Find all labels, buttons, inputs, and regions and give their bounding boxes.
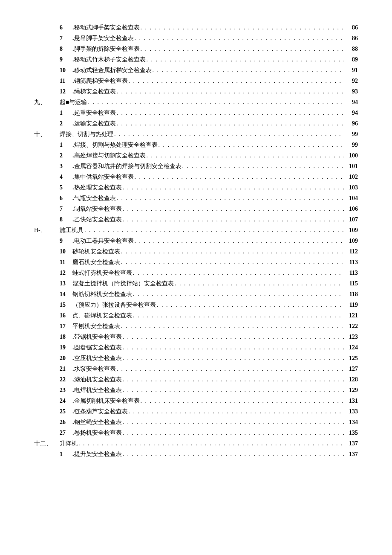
toc-title-text: （预应力）张拉设备安全检查表 <box>72 302 156 308</box>
toc-page-number: 115 <box>345 279 358 288</box>
toc-leader-dots: . . . . . . . . . . . . . . . . . . . . … <box>123 450 345 459</box>
toc-title-text: 钢丝绳安全检查表 <box>74 419 122 425</box>
toc-page-number: 100 <box>345 151 358 160</box>
toc-sub-row: 15（预应力）张拉设备安全检查表. . . . . . . . . . . . … <box>34 300 358 309</box>
toc-title: .高处焊接与切割安全检查表 <box>72 151 146 160</box>
toc-leader-dots: . . . . . . . . . . . . . . . . . . . . … <box>121 322 344 331</box>
toc-item-number: 1 <box>60 108 72 117</box>
toc-title: .金属切削机床安全检查表 <box>72 396 140 405</box>
toc-item-number: 14 <box>60 290 72 299</box>
toc-title-text: 移动式竹木梯子安全检查表 <box>74 56 146 63</box>
toc-item-number: 20 <box>60 354 72 363</box>
toc-title-text: 钢筋切料机安全检查表 <box>72 291 132 297</box>
toc-page-number: 133 <box>345 407 358 416</box>
toc-title: .运输安全检查表 <box>72 119 116 128</box>
toc-title-text: 钢筋爬梯安全检查表 <box>74 78 128 84</box>
toc-sub-row: 6.气瓶安全检查表. . . . . . . . . . . . . . . .… <box>34 194 358 203</box>
toc-page-number: 107 <box>345 215 358 224</box>
toc-item-number: 7 <box>60 34 72 43</box>
toc-title: .悬吊脚手架安全检查表 <box>72 34 134 43</box>
toc-title: .起重安全检查表 <box>72 108 116 117</box>
toc-page-number: 128 <box>345 375 358 384</box>
toc-leader-dots: . . . . . . . . . . . . . . . . . . . . … <box>157 300 344 309</box>
toc-section-row: 九、起■与运输. . . . . . . . . . . . . . . . .… <box>34 98 358 107</box>
toc-leader-dots: . . . . . . . . . . . . . . . . . . . . … <box>117 194 345 203</box>
section-label: H-、 <box>34 226 60 235</box>
toc-sub-row: 1.提升架安全检查表. . . . . . . . . . . . . . . … <box>34 450 358 459</box>
toc-item-number: 5 <box>60 183 72 192</box>
toc-item-number: 25 <box>60 407 72 416</box>
toc-sub-row: 11磨石机安全检查表. . . . . . . . . . . . . . . … <box>34 258 358 267</box>
toc-page-number: 102 <box>345 172 358 181</box>
toc-page-number: 129 <box>345 386 358 395</box>
toc-title-text: 滤油机安全检查表 <box>74 376 122 383</box>
toc-item-number: 12 <box>60 87 72 96</box>
toc-title-text: 集中供氧站安全检查表 <box>74 174 134 180</box>
toc-item-number: 15 <box>60 300 72 309</box>
toc-page-number: 125 <box>345 354 358 363</box>
toc-page-number: 86 <box>345 23 358 32</box>
toc-page-number: 91 <box>345 66 358 75</box>
toc-page-number: 112 <box>345 247 358 256</box>
toc-title-text: 制氧站安全检查表 <box>74 206 122 212</box>
toc-title: .带锯机安全检查表 <box>72 332 122 341</box>
toc-page-number: 92 <box>345 76 358 85</box>
toc-item-number: 4 <box>60 172 72 181</box>
toc-leader-dots: . . . . . . . . . . . . . . . . . . . . … <box>117 119 345 128</box>
toc-sub-row: 2.高处焊接与切割安全检查表. . . . . . . . . . . . . … <box>34 151 358 160</box>
toc-title-text: 空压机安全检查表 <box>74 355 122 361</box>
toc-title: .移动式竹木梯子安全检查表 <box>72 55 146 64</box>
toc-page-number: 113 <box>345 258 358 267</box>
toc-sub-row: 10.移动式轻金属折梯安全检查表. . . . . . . . . . . . … <box>34 66 358 75</box>
toc-title-text: 悬吊脚手架安全检查表 <box>74 35 134 41</box>
toc-item-number: 16 <box>60 311 72 320</box>
toc-item-number: 21 <box>60 364 72 373</box>
toc-page-number: 137 <box>345 439 358 448</box>
toc-leader-dots: . . . . . . . . . . . . . . . . . . . . … <box>123 418 345 427</box>
section-label: 九、 <box>34 98 60 107</box>
toc-page-number: 101 <box>345 162 358 171</box>
toc-title: .焊接、切割与热处理安全检查表 <box>72 140 158 149</box>
toc-page-number: 89 <box>345 55 358 64</box>
toc-title-text: 高处焊接与切割安全检查表 <box>74 152 146 159</box>
toc-page-number: 96 <box>345 119 358 128</box>
toc-page-number: 119 <box>345 300 358 309</box>
toc-page-number: 99 <box>345 140 358 149</box>
toc-sub-row: 21.水泵安全检查表. . . . . . . . . . . . . . . … <box>34 364 358 373</box>
toc-title-text: 水泵安全检查表 <box>74 366 116 372</box>
toc-page-number: 104 <box>345 194 358 203</box>
toc-sub-row: 20.空压机安全检查表. . . . . . . . . . . . . . .… <box>34 354 358 363</box>
toc-sub-row: 27.卷扬机安全检查表. . . . . . . . . . . . . . .… <box>34 428 358 437</box>
toc-title: .电焊机安全检查表 <box>72 386 122 395</box>
toc-item-number: 17 <box>60 322 72 331</box>
toc-title: .热处理安全检查表 <box>72 183 122 192</box>
toc-item-number: 23 <box>60 386 72 395</box>
toc-title-text: 起重安全检查表 <box>74 110 116 116</box>
toc-title-text: 绳梯安全检查表 <box>74 88 116 95</box>
toc-title: （预应力）张拉设备安全检查表 <box>72 300 156 309</box>
toc-leader-dots: . . . . . . . . . . . . . . . . . . . . … <box>147 151 345 160</box>
toc-title: 磨石机安全检查表 <box>72 258 120 267</box>
toc-item-number: 2 <box>60 151 72 160</box>
toc-section-row: 十、焊接、切割与热处理. . . . . . . . . . . . . . .… <box>34 130 358 139</box>
toc-page-number: 94 <box>345 98 358 107</box>
toc-leader-dots: . . . . . . . . . . . . . . . . . . . . … <box>182 162 345 171</box>
toc-leader-dots: . . . . . . . . . . . . . . . . . . . . … <box>141 44 345 53</box>
toc-page-number: 103 <box>345 183 358 192</box>
toc-title-text: 链条葫芦安全检查表 <box>74 408 128 415</box>
toc-item-number: 12 <box>60 268 72 277</box>
toc-title-text: 带锯机安全检查表 <box>74 334 122 340</box>
toc-sub-row: 18.带锯机安全检查表. . . . . . . . . . . . . . .… <box>34 332 358 341</box>
toc-item-number: 1 <box>60 450 72 459</box>
toc-title: 蛙式打夯机安全检查表 <box>72 268 132 277</box>
toc-sub-row: 5.热处理安全检查表. . . . . . . . . . . . . . . … <box>34 183 358 192</box>
toc-sub-row: 3.金属容器和坑井的焊接与切割安全检查表. . . . . . . . . . … <box>34 162 358 171</box>
toc-item-number: 9 <box>60 55 72 64</box>
toc-title-text: 脚手架的拆除安全检查表 <box>74 46 140 52</box>
toc-leader-dots: . . . . . . . . . . . . . . . . . . . . … <box>123 375 345 384</box>
toc-title: 焊接、切割与热处理 <box>60 130 113 139</box>
toc-item-number: 3 <box>60 162 72 171</box>
toc-leader-dots: . . . . . . . . . . . . . . . . . . . . … <box>123 215 345 224</box>
toc-sub-row: 4.集中供氧站安全检查表. . . . . . . . . . . . . . … <box>34 172 358 181</box>
toc-title-text: 砂轮机安全检查表 <box>72 248 120 255</box>
